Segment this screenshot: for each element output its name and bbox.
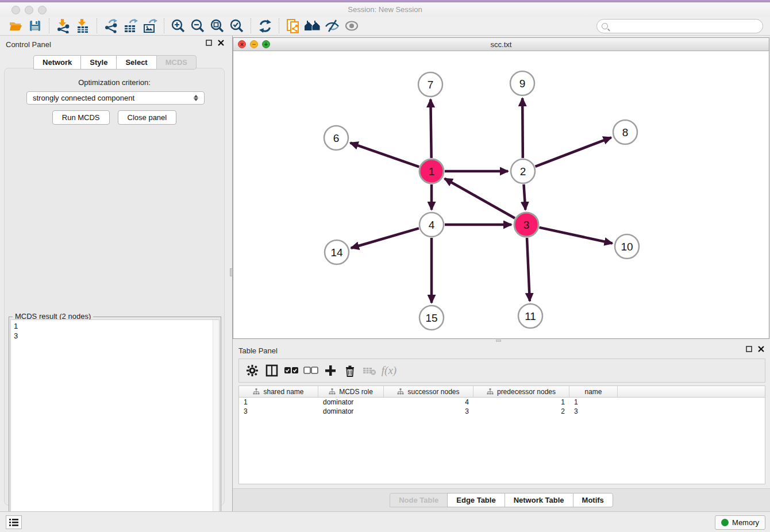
graph-edge-3-1[interactable] (445, 179, 515, 218)
plus-icon (325, 365, 336, 376)
result-scrollbar[interactable] (213, 320, 219, 532)
close-panel-icon[interactable] (758, 346, 764, 352)
close-window-button[interactable] (11, 6, 20, 14)
network-minimize-button[interactable]: − (250, 40, 258, 48)
graph-edge-1-7[interactable] (430, 99, 431, 158)
zoom-fit-button[interactable] (207, 17, 227, 34)
delete-column-button[interactable] (341, 362, 359, 379)
criterion-select[interactable]: strongly connected component (26, 91, 205, 105)
network-canvas[interactable]: 7968124314101511 (233, 51, 769, 338)
save-icon (28, 19, 42, 33)
graph-node-label-7: 7 (428, 79, 434, 91)
graph-edge-3-11[interactable] (527, 238, 530, 301)
graph-edge-3-10[interactable] (539, 228, 612, 244)
table-cell[interactable]: dominator (318, 407, 384, 416)
save-session-button[interactable] (25, 17, 45, 34)
graph-edge-1-6[interactable] (351, 143, 419, 167)
show-graphics-button[interactable] (342, 17, 361, 34)
task-history-button[interactable] (6, 515, 22, 529)
table-cell[interactable]: 1 (239, 398, 318, 407)
table-panel-title: Table Panel (238, 346, 278, 355)
graph-edge-4-14[interactable] (351, 228, 419, 248)
export-network-button[interactable] (101, 17, 121, 34)
network-maximize-button[interactable]: + (262, 40, 270, 48)
open-session-button[interactable] (6, 17, 25, 34)
import-network-button[interactable] (53, 17, 73, 34)
toolbar-separator (164, 18, 164, 33)
import-table-button[interactable] (73, 17, 93, 34)
select-all-button[interactable] (283, 362, 300, 379)
tab-motifs[interactable]: Motifs (573, 493, 613, 507)
graph-node-label-10: 10 (621, 241, 633, 253)
network-file-button[interactable] (283, 17, 303, 34)
table-row[interactable]: 1dominator411 (239, 398, 765, 407)
minimize-window-button[interactable] (25, 6, 33, 14)
create-column-button[interactable] (322, 362, 339, 379)
apply-layout-button[interactable] (255, 17, 275, 34)
tab-node-table[interactable]: Node Table (390, 493, 448, 507)
table-header-row: shared nameMCDS rolesuccessor nodesprede… (239, 386, 765, 398)
graph-edge-2-8[interactable] (535, 137, 611, 167)
table-body: 1dominator4113dominator323 (239, 398, 765, 416)
network-graph[interactable]: 7968124314101511 (233, 51, 769, 338)
table-cell[interactable]: 1 (569, 398, 618, 407)
tab-network-table[interactable]: Network Table (505, 493, 573, 507)
delete-table-icon (363, 365, 376, 376)
export-image-button[interactable] (140, 17, 160, 34)
tab-edge-table[interactable]: Edge Table (447, 493, 505, 507)
delete-table-button[interactable] (361, 362, 378, 379)
run-mcds-button[interactable]: Run MCDS (52, 110, 110, 125)
graph-edge-2-9[interactable] (522, 98, 523, 158)
network-file-icon (286, 18, 301, 34)
table-cell[interactable]: 3 (384, 407, 473, 416)
table-cell[interactable]: 4 (384, 398, 473, 407)
mcds-result-text[interactable]: 13 (10, 319, 220, 532)
table-cell[interactable]: 1 (473, 398, 569, 407)
zoom-window-button[interactable] (38, 6, 47, 14)
zoom-selected-button[interactable] (227, 17, 247, 34)
zoom-in-button[interactable] (168, 17, 188, 34)
column-header-MCDS-role[interactable]: MCDS role (318, 386, 384, 397)
table-cell[interactable]: 3 (569, 407, 618, 416)
column-header-shared-name[interactable]: shared name (239, 386, 318, 397)
table-row[interactable]: 3dominator323 (239, 407, 765, 416)
show-column-button[interactable] (263, 362, 280, 379)
refresh-icon (258, 19, 272, 33)
hide-panels-button[interactable] (322, 17, 342, 34)
export-network-icon (103, 18, 118, 33)
float-panel-icon[interactable] (746, 346, 752, 352)
column-header-successor-nodes[interactable]: successor nodes (384, 386, 473, 397)
graph-node-label-14: 14 (330, 246, 343, 259)
export-table-icon (123, 18, 138, 33)
deselect-all-button[interactable] (302, 362, 319, 379)
table-tabs: Node TableEdge TableNetwork TableMotifs (390, 493, 613, 507)
search-field[interactable] (596, 19, 763, 33)
table-cell[interactable]: 3 (239, 407, 318, 416)
home-button[interactable] (303, 17, 322, 34)
column-icon (265, 364, 278, 377)
network-window-titlebar[interactable]: × − + scc.txt (233, 38, 769, 51)
float-panel-icon[interactable] (206, 40, 212, 46)
status-bar: Memory (0, 511, 770, 532)
network-close-button[interactable]: × (238, 40, 246, 48)
column-label: predecessor nodes (497, 388, 556, 396)
graph-edge-2-3[interactable] (523, 184, 525, 210)
column-header-name[interactable]: name (569, 386, 618, 397)
tab-mcds[interactable]: MCDS (156, 55, 197, 70)
tab-style[interactable]: Style (80, 55, 117, 70)
graph-node-label-1: 1 (429, 165, 435, 178)
shared-column-icon (397, 388, 404, 395)
function-builder-button[interactable]: f(x) (380, 362, 398, 379)
column-header-predecessor-nodes[interactable]: predecessor nodes (473, 386, 569, 397)
export-table-button[interactable] (121, 17, 140, 34)
close-panel-icon[interactable] (218, 40, 224, 46)
table-cell[interactable]: dominator (318, 398, 384, 407)
tab-network[interactable]: Network (33, 55, 81, 70)
tab-select[interactable]: Select (116, 55, 156, 70)
zoom-out-button[interactable] (188, 17, 207, 34)
titlebar: Session: New Session (0, 2, 770, 17)
close-panel-button[interactable]: Close panel (118, 110, 177, 125)
table-cell[interactable]: 2 (473, 407, 569, 416)
memory-button[interactable]: Memory (715, 515, 765, 530)
table-options-button[interactable] (244, 362, 261, 379)
